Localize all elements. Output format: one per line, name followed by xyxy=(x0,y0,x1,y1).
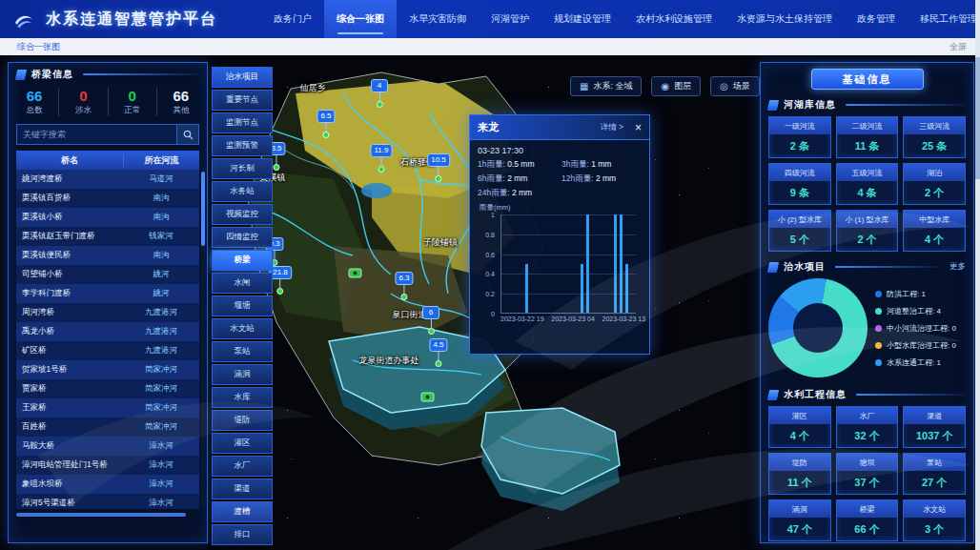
nav-item-2[interactable]: 综合一张图 xyxy=(324,0,397,38)
table-row[interactable]: 姚河湾渡桥马道河 xyxy=(16,170,199,189)
map-control-水系: 全域[interactable]: ▦水系: 全域 xyxy=(570,76,642,96)
table-row[interactable]: 矿区桥九渡港河 xyxy=(16,341,199,360)
legend-item: 河道整治工程: 4 xyxy=(875,306,966,316)
table-horizontal-scrollbar[interactable] xyxy=(16,513,186,517)
map-control-图层[interactable]: ◉图层 xyxy=(651,76,701,96)
projects-more-link[interactable]: 更多 xyxy=(949,261,966,273)
layer-item-视频监控[interactable]: 视频监控 xyxy=(212,204,273,225)
tile-value: 4 条 xyxy=(837,181,898,204)
base-info-button[interactable]: 基础信息 xyxy=(811,69,924,90)
table-row[interactable]: 马鞍大桥漳水河 xyxy=(16,437,199,456)
ytick-label: 0.2 xyxy=(485,291,495,297)
layer-item-水库[interactable]: 水库 xyxy=(212,387,273,408)
river-name-cell: 简家冲河 xyxy=(123,364,199,376)
map-marker[interactable]: 10.5 xyxy=(427,149,450,182)
map-control-label: 图层 xyxy=(674,80,691,92)
close-icon[interactable]: × xyxy=(635,121,642,134)
nav-item-1[interactable]: 政务门户 xyxy=(261,0,324,38)
projects-legend: 防洪工程: 1河道整治工程: 4中小河流治理工程: 0小型水库治理工程: 0水系… xyxy=(875,289,966,368)
table-row[interactable]: 司望铺小桥姚河 xyxy=(16,265,199,284)
map-marker[interactable]: 11.9 xyxy=(371,139,393,173)
search-button[interactable] xyxy=(176,124,199,145)
map-marker[interactable]: 6 xyxy=(422,301,439,335)
layer-item-监测预警[interactable]: 监测预警 xyxy=(212,135,273,156)
section-divider xyxy=(846,104,966,106)
map-marker[interactable]: 4 xyxy=(371,74,388,108)
marker-stick xyxy=(279,279,280,288)
nav-item-9[interactable]: 移民工作管理 xyxy=(908,0,980,38)
table-row[interactable]: 贺家坡1号桥简家冲河 xyxy=(16,360,199,379)
engineering-tile: 泵站27 个 xyxy=(903,453,966,495)
layer-item-水厂[interactable]: 水厂 xyxy=(212,456,273,477)
bridge-name-cell: 王家桥 xyxy=(16,402,123,414)
bridge-name-cell: 贺家坡1号桥 xyxy=(16,364,123,376)
xtick-label: 2023-03-23 13 xyxy=(602,316,646,322)
river-name-cell: 简家冲河 xyxy=(123,402,199,414)
layer-item-水文站[interactable]: 水文站 xyxy=(212,318,273,339)
table-row[interactable]: 李学科门渡桥姚河 xyxy=(16,284,199,303)
map-control-label: 水系: 全域 xyxy=(593,80,632,92)
engineering-section-title: 水利工程信息 xyxy=(784,388,847,401)
layer-item-堰塘[interactable]: 堰塘 xyxy=(212,295,273,316)
map-marker[interactable]: 6.3 xyxy=(395,267,413,300)
tile-label: 水文站 xyxy=(904,500,965,518)
layer-item-河长制[interactable]: 河长制 xyxy=(212,158,273,179)
popup-detail-link[interactable]: 详情 > xyxy=(601,122,623,133)
layer-item-堤防[interactable]: 堤防 xyxy=(212,410,273,431)
table-row[interactable]: 栗溪镇便民桥南沟 xyxy=(16,246,199,265)
stat-value: 0 xyxy=(109,88,156,104)
map-stage: 仙居乡栗溪镇石桥驿镇子陵铺镇泉口街道办龙泉街道办事处46.511.910.53.… xyxy=(0,55,980,550)
table-row[interactable]: 漳河电站管理处门1号桥漳水河 xyxy=(16,456,199,475)
layer-item-渠道[interactable]: 渠道 xyxy=(212,479,273,499)
nav-item-8[interactable]: 政务管理 xyxy=(845,0,908,38)
layer-item-桥梁[interactable]: 桥梁 xyxy=(212,250,273,271)
nav-item-7[interactable]: 水资源与水土保持管理 xyxy=(725,0,845,38)
river-name-cell: 漳水河 xyxy=(123,440,199,452)
layer-item-四情监控[interactable]: 四情监控 xyxy=(212,227,273,248)
rain-bar xyxy=(586,214,589,313)
layer-item-渡槽[interactable]: 渡槽 xyxy=(212,501,273,522)
nav-item-6[interactable]: 农村水利设施管理 xyxy=(623,0,725,38)
fullscreen-button[interactable]: 全屏 xyxy=(949,41,967,53)
main-nav: 政务门户综合一张图水旱灾害防御河湖管护规划建设管理农村水利设施管理水资源与水土保… xyxy=(261,0,980,38)
table-row[interactable]: 栗溪镇百货桥南沟 xyxy=(16,189,199,208)
layer-item-治水项目[interactable]: 治水项目 xyxy=(212,67,273,88)
nav-item-4[interactable]: 河湖管护 xyxy=(479,0,541,38)
table-row[interactable]: 禹龙小桥九渡港河 xyxy=(16,322,199,341)
map-marker[interactable]: 4.5 xyxy=(429,334,447,367)
table-row[interactable]: 漳河5号渠道桥漳水河 xyxy=(16,494,199,509)
search-input[interactable] xyxy=(16,124,176,145)
layer-item-排口[interactable]: 排口 xyxy=(212,524,273,545)
table-row[interactable]: 王家桥简家冲河 xyxy=(16,398,199,418)
layer-item-泵站[interactable]: 泵站 xyxy=(212,341,273,362)
layer-item-重要节点[interactable]: 重要节点 xyxy=(212,90,273,111)
tile-label: 桥梁 xyxy=(837,500,898,518)
layer-item-水务站[interactable]: 水务站 xyxy=(212,181,273,202)
layer-item-灌区[interactable]: 灌区 xyxy=(212,433,273,454)
tile-value: 2 个 xyxy=(904,181,965,204)
marker-dot xyxy=(276,288,283,295)
bridge-name-cell: 马鞍大桥 xyxy=(16,440,123,452)
table-row[interactable]: 栗溪镇小桥南沟 xyxy=(16,208,199,227)
table-row[interactable]: 栗溪镇赵玉带门渡桥钱家河 xyxy=(16,227,199,246)
page-scrollbar[interactable] xyxy=(975,0,980,550)
map-control-场景[interactable]: ◎场景 xyxy=(710,76,760,96)
layer-item-水闸[interactable]: 水闸 xyxy=(212,273,273,294)
page-scrollbar-thumb[interactable] xyxy=(975,57,980,179)
tile-value: 5 个 xyxy=(769,228,830,251)
breadcrumb[interactable]: 综合一张图 xyxy=(17,41,60,53)
table-vertical-scrollbar[interactable] xyxy=(201,172,205,509)
map-marker[interactable]: 6.5 xyxy=(316,105,335,138)
table-row[interactable]: 周河湾桥九渡港河 xyxy=(16,303,199,322)
table-row[interactable]: 百姓桥简家冲河 xyxy=(16,418,199,437)
nav-item-3[interactable]: 水旱灾害防御 xyxy=(397,0,479,38)
river-tile: 湖泊2 个 xyxy=(903,163,966,205)
layer-item-监测节点[interactable]: 监测节点 xyxy=(212,112,273,133)
table-row[interactable]: 象咀水坝桥漳水河 xyxy=(16,475,199,494)
nav-item-5[interactable]: 规划建设管理 xyxy=(541,0,623,38)
bridge-name-cell: 栗溪镇百货桥 xyxy=(16,193,123,204)
layer-item-涵洞[interactable]: 涵洞 xyxy=(212,364,273,385)
river-tile: 一级河流2 条 xyxy=(768,116,831,158)
table-row[interactable]: 贾家桥简家冲河 xyxy=(16,379,199,398)
extruded-district-east xyxy=(481,408,620,511)
